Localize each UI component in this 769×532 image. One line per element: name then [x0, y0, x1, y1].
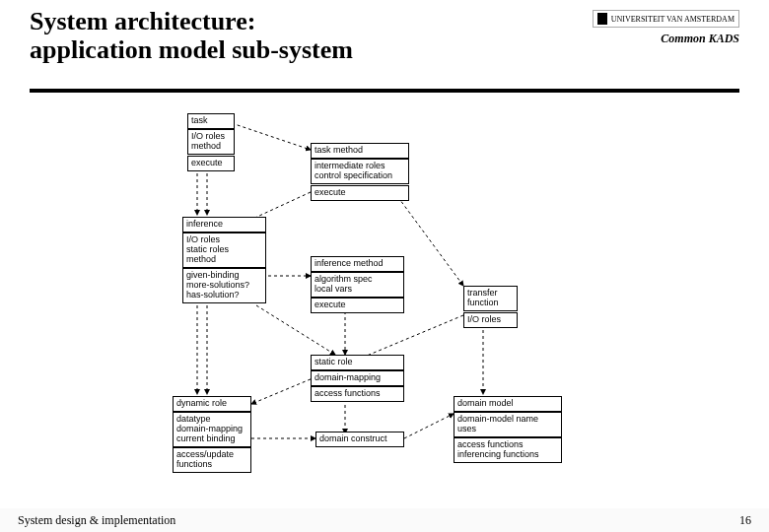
box-static-role: static role — [311, 355, 404, 370]
label-domain-model-access: access functions inferencing functions — [457, 439, 539, 459]
box-task-io: I/O roles method — [187, 129, 235, 155]
box-dynamic-role: dynamic role — [173, 396, 251, 412]
title-line-2: application model sub-system — [30, 35, 353, 64]
box-transfer: transfer function — [463, 286, 518, 311]
svg-line-4 — [394, 192, 463, 286]
label-domain-model-body: domain-model name uses — [457, 414, 538, 433]
label-inference: inference — [186, 219, 223, 229]
svg-line-13 — [404, 414, 454, 438]
label-task-method-body: intermediate roles control specification — [315, 161, 392, 180]
label-task-exec: execute — [191, 158, 223, 167]
box-task-method: task method — [311, 143, 409, 159]
box-domain-model-access: access functions inferencing functions — [454, 437, 562, 463]
box-inference-q: given-binding more-solutions? has-soluti… — [182, 268, 266, 303]
label-static-access: access functions — [315, 388, 381, 398]
label-inference-q: given-binding more-solutions? has-soluti… — [186, 270, 249, 299]
label-domain-model: domain model — [457, 398, 514, 408]
label-task: task — [191, 115, 208, 125]
label-dynamic-role: dynamic role — [176, 398, 227, 408]
label-task-method: task method — [315, 145, 363, 155]
title-line-1: System architecture: — [30, 7, 255, 35]
box-task-method-exec: execute — [311, 185, 409, 201]
box-task-method-body: intermediate roles control specification — [311, 159, 409, 184]
footer-left: System design & implementation — [18, 513, 175, 528]
logos: UNIVERSITEIT VAN AMSTERDAM Common KADS — [593, 10, 739, 46]
box-domain-construct: domain construct — [315, 432, 404, 447]
box-domain-model: domain model — [454, 396, 562, 412]
label-dynamic-body: datatype domain-mapping current binding — [176, 414, 243, 443]
label-task-io: I/O roles method — [191, 131, 225, 151]
footer-page-number: 16 — [739, 513, 751, 528]
university-label: UNIVERSITEIT VAN AMSTERDAM — [611, 15, 734, 24]
commonkads-label: Common KADS — [661, 32, 739, 45]
box-dynamic-access: access/update functions — [173, 447, 251, 473]
label-task-method-exec: execute — [315, 187, 346, 197]
label-transfer-io: I/O roles — [467, 314, 501, 324]
box-task-exec: execute — [187, 156, 235, 171]
label-domain-construct: domain construct — [319, 433, 387, 443]
box-domain-model-body: domain-model name uses — [454, 412, 562, 437]
slide-footer: System design & implementation 16 — [0, 508, 769, 532]
label-inference-method-body: algorithm spec local vars — [315, 274, 373, 294]
svg-line-0 — [232, 123, 311, 150]
label-domain-mapping: domain-mapping — [315, 372, 381, 382]
box-inference-method-body: algorithm spec local vars — [311, 272, 404, 298]
architecture-diagram: task I/O roles method execute task metho… — [148, 108, 700, 483]
label-inference-method-exec: execute — [315, 299, 346, 309]
box-inference-method: inference method — [311, 256, 404, 272]
box-inference-method-exec: execute — [311, 298, 404, 313]
commonkads-logo: Common KADS — [593, 32, 739, 46]
label-dynamic-access: access/update functions — [176, 449, 234, 469]
box-static-access: access functions — [311, 386, 404, 402]
box-inference: inference — [182, 217, 266, 233]
box-inference-body: I/O roles static roles method — [182, 233, 266, 268]
header-rule — [30, 89, 739, 93]
slide-header: System architecture: application model s… — [0, 0, 769, 64]
label-transfer: transfer function — [467, 288, 499, 307]
label-static-role: static role — [315, 357, 353, 366]
box-dynamic-body: datatype domain-mapping current binding — [173, 412, 251, 447]
university-logo: UNIVERSITEIT VAN AMSTERDAM — [593, 10, 739, 28]
crest-icon — [597, 13, 607, 25]
box-transfer-io: I/O roles — [463, 312, 518, 328]
box-domain-mapping: domain-mapping — [311, 370, 404, 386]
label-inference-body: I/O roles static roles method — [186, 234, 229, 264]
label-inference-method: inference method — [315, 258, 384, 268]
box-task: task — [187, 113, 235, 129]
